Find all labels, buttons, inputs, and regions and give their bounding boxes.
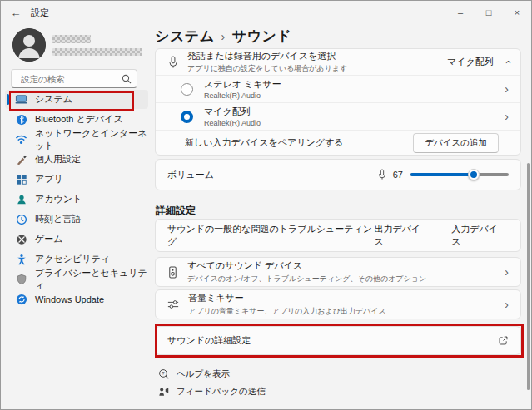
all-devices-subtitle: デバイスのオン/オフ、トラブルシューティング、その他のオプション [187,274,426,284]
page-title: サウンド [232,28,292,44]
chevron-right-icon[interactable]: › [505,266,509,278]
breadcrumb-parent[interactable]: システム [155,28,215,44]
mic-volume-icon [377,169,387,180]
maximize-button[interactable]: □ [475,1,503,23]
radio-mic-array[interactable] [181,111,193,123]
chevron-right-icon[interactable]: › [505,111,509,122]
input-device-subtitle: アプリに独自の設定をしている場合があります [187,63,347,74]
pair-device-label: 新しい入力デバイスをペアリングする [185,136,344,149]
accounts-icon [15,193,27,205]
gaming-icon [15,233,27,245]
chevron-right-icon[interactable]: › [505,299,509,310]
radio-stereo-mixer[interactable] [181,83,193,96]
pair-device-row: 新しい入力デバイスをペアリングする デバイスの追加 [156,130,520,155]
sidebar-nav: システム Bluetooth とデバイス ネットワークとインターネット 個人用設… [5,90,148,309]
back-arrow-icon: ← [11,7,22,19]
device-driver: Realtek(R) Audio [204,91,281,100]
back-button[interactable]: ← [4,2,27,22]
output-devices-button[interactable]: 出力デバイス [375,223,429,248]
mixer-title: 音量ミキサー [188,292,386,304]
add-device-button[interactable]: デバイスの追加 [413,133,499,153]
minimize-button[interactable]: – [446,1,475,23]
sidebar-item-system[interactable]: システム [5,90,148,109]
volume-mixer-card[interactable]: 音量ミキサー アプリの音量ミキサー、アプリの入力および出力デバイス › [155,289,521,319]
send-feedback-link[interactable]: フィードバックの送信 [157,385,266,398]
input-device-card: 発話または録音用のデバイスを選択 アプリに独自の設定をしている場合があります マ… [155,48,521,156]
chevron-up-icon[interactable]: › [500,60,513,63]
breadcrumb: システム›サウンド [155,27,291,46]
sidebar-item-network-internet[interactable]: ネットワークとインターネット [5,130,148,149]
settings-window: ← 設定 – □ × [0,0,532,410]
sidebar-item-label: Windows Update [35,294,104,304]
slider-thumb[interactable] [468,169,480,180]
volume-slider[interactable] [410,169,509,180]
microphone-icon [167,56,179,69]
maximize-icon: □ [486,7,492,17]
sidebar-item-label: 時刻と言語 [35,213,81,225]
sidebar-item-accounts[interactable]: アカウント [5,190,148,209]
volume-card: ボリューム 67 [155,159,521,190]
time-language-icon [15,213,27,225]
sidebar-item-label: アカウント [35,193,82,205]
input-device-header-row[interactable]: 発話または録音用のデバイスを選択 アプリに独自の設定をしている場合があります マ… [156,49,520,75]
mixer-subtitle: アプリの音量ミキサー、アプリの入力および出力デバイス [188,306,386,317]
titlebar: ← 設定 – □ × [1,1,531,24]
sidebar-item-label: ゲーム [35,233,63,245]
sidebar-item-apps[interactable]: アプリ [5,170,148,189]
svg-text:?: ? [162,370,165,376]
all-devices-title: すべてのサウンド デバイス [187,259,426,272]
user-profile[interactable] [12,28,142,62]
search-icon [122,74,132,84]
slider-fill [410,173,474,176]
mixer-icon [167,299,179,310]
settings-search[interactable] [11,69,137,88]
windows-update-icon [15,293,27,305]
search-input[interactable] [19,73,122,85]
external-link-icon [498,335,509,346]
troubleshoot-label: サウンドの一般的な問題のトラブルシューティング [167,223,375,248]
window-title: 設定 [31,7,49,19]
feedback-icon [157,385,170,398]
sidebar-item-personalization[interactable]: 個人用設定 [5,150,148,169]
apps-icon [15,173,27,185]
speaker-device-icon [167,266,178,279]
advanced-section-heading: 詳細設定 [156,204,196,218]
get-help-link[interactable]: ? ヘルプを表示 [157,368,230,380]
volume-label: ボリューム [167,169,214,181]
send-feedback-label: フィードバックの送信 [177,386,266,398]
close-button[interactable]: × [503,1,531,23]
sidebar-item-label: 個人用設定 [35,153,81,165]
input-devices-button[interactable]: 入力デバイス [451,223,505,248]
avatar [12,28,46,62]
close-icon: × [515,7,520,17]
device-row-stereo-mixer[interactable]: ステレオ ミキサー Realtek(R) Audio › [156,75,520,102]
sidebar-item-gaming[interactable]: ゲーム [5,230,148,249]
selected-accent-bar [7,94,9,105]
sidebar-item-label: システム [35,93,72,106]
sidebar-item-label: アプリ [35,173,63,185]
more-sound-settings-card[interactable]: サウンドの詳細設定 [155,326,521,355]
system-icon [15,93,27,106]
bluetooth-icon [15,113,27,126]
device-row-mic-array[interactable]: マイク配列 Realtek(R) Audio › [156,102,520,130]
minimize-icon: – [458,7,463,17]
sidebar-item-windows-update[interactable]: Windows Update [5,289,148,309]
device-driver: Realtek(R) Audio [204,119,261,127]
sidebar-item-label: Bluetooth とデバイス [35,113,123,126]
selected-device-value: マイク配列 [447,56,494,68]
help-icon: ? [157,368,170,380]
more-sound-settings-label: サウンドの詳細設定 [167,334,251,347]
device-name: ステレオ ミキサー [204,78,281,91]
network-icon [15,133,27,146]
sidebar-item-label: ネットワークとインターネット [35,127,148,152]
sidebar-item-time-language[interactable]: 時刻と言語 [5,210,148,229]
personalization-icon [15,153,27,165]
sidebar: システム Bluetooth とデバイス ネットワークとインターネット 個人用設… [1,24,152,409]
privacy-icon [15,273,27,285]
accessibility-icon [15,253,27,265]
vertical-scrollbar[interactable] [527,163,530,390]
sidebar-item-privacy-security[interactable]: プライバシーとセキュリティ [5,269,148,289]
get-help-label: ヘルプを表示 [177,368,230,380]
chevron-right-icon[interactable]: › [505,83,509,95]
all-sound-devices-card[interactable]: すべてのサウンド デバイス デバイスのオン/オフ、トラブルシューティング、その他… [155,257,521,287]
